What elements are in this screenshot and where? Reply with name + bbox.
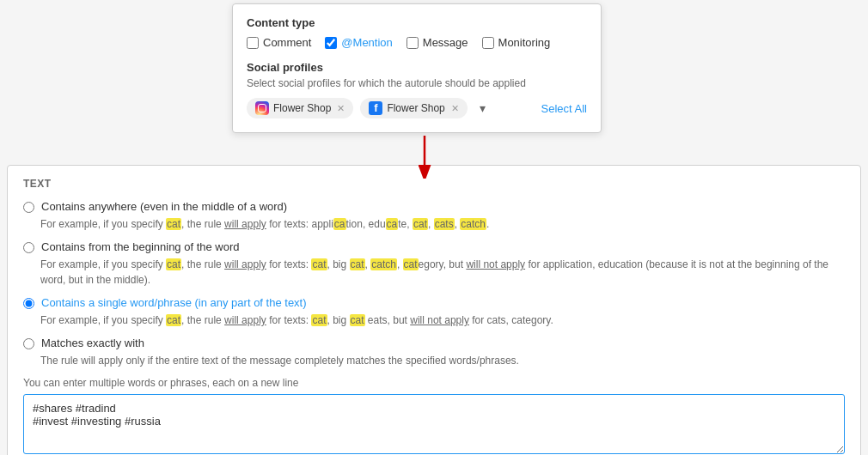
hint-text: You can enter multiple words or phrases,… bbox=[23, 377, 845, 389]
message-checkbox[interactable] bbox=[406, 37, 419, 49]
social-profiles-desc: Select social profiles for which the aut… bbox=[247, 77, 587, 89]
content-type-title: Content type bbox=[247, 16, 587, 29]
option-anywhere: Contains anywhere (even in the middle of… bbox=[23, 200, 845, 213]
checkbox-message[interactable]: Message bbox=[406, 36, 468, 49]
social-profiles-title: Social profiles bbox=[247, 61, 587, 74]
ig-profile-name: Flower Shop bbox=[273, 102, 331, 114]
option-exact: Matches exactly with bbox=[23, 337, 845, 349]
mention-checkbox[interactable] bbox=[325, 37, 337, 49]
comment-checkbox[interactable] bbox=[247, 37, 259, 49]
highlight-cat-b1: cat bbox=[166, 258, 181, 270]
option-anywhere-desc: For example, if you specify cat, the rul… bbox=[40, 216, 845, 232]
option-beginning-label: Contains from the beginning of the word bbox=[41, 240, 240, 253]
option-single: Contains a single word/phrase (in any pa… bbox=[23, 296, 845, 309]
radio-exact[interactable] bbox=[23, 338, 34, 349]
option-single-desc: For example, if you specify cat, the rul… bbox=[40, 312, 845, 328]
highlight-cat-2: cat bbox=[413, 218, 428, 230]
highlight-catch: catch bbox=[460, 218, 486, 230]
radio-single[interactable] bbox=[23, 298, 34, 309]
facebook-icon: f bbox=[369, 101, 382, 115]
instagram-icon bbox=[255, 101, 269, 115]
option-beginning-desc: For example, if you specify cat, the rul… bbox=[40, 257, 845, 288]
will-apply-2: will apply bbox=[224, 258, 266, 270]
monitoring-checkbox[interactable] bbox=[482, 37, 494, 49]
content-type-popup: Content type Comment @Mention Message Mo… bbox=[232, 3, 602, 133]
highlight-ca-1: ca bbox=[333, 218, 346, 230]
option-beginning: Contains from the beginning of the word bbox=[23, 240, 845, 253]
main-content: Text Contains anywhere (even in the midd… bbox=[7, 165, 861, 455]
section-label: Text bbox=[23, 178, 845, 190]
radio-beginning[interactable] bbox=[23, 242, 34, 253]
select-all-button[interactable]: Select All bbox=[541, 102, 587, 115]
ig-remove-btn[interactable]: ✕ bbox=[337, 103, 345, 114]
checkbox-monitoring[interactable]: Monitoring bbox=[482, 36, 551, 49]
fb-profile-name: Flower Shop bbox=[387, 102, 444, 114]
highlight-ca-2: ca bbox=[386, 218, 399, 230]
checkbox-mention[interactable]: @Mention bbox=[325, 36, 392, 49]
monitoring-label: Monitoring bbox=[498, 36, 551, 49]
highlight-catch-b: catch bbox=[370, 258, 397, 270]
mention-label: @Mention bbox=[341, 36, 392, 49]
highlight-cat-s3: cat bbox=[350, 314, 365, 326]
option-single-label: Contains a single word/phrase (in any pa… bbox=[41, 296, 307, 309]
profiles-row: Flower Shop ✕ f Flower Shop ✕ ▾ Select A… bbox=[247, 98, 587, 118]
highlight-cats: cats bbox=[434, 218, 455, 230]
option-anywhere-label: Contains anywhere (even in the middle of… bbox=[41, 200, 287, 213]
highlight-cat-s1: cat bbox=[166, 314, 181, 326]
ig-profile-tag: Flower Shop ✕ bbox=[247, 98, 353, 118]
arrow-indicator bbox=[416, 136, 433, 181]
will-not-apply-2: will not apply bbox=[410, 314, 469, 326]
profiles-dropdown-btn[interactable]: ▾ bbox=[474, 100, 491, 117]
highlight-cat-1: cat bbox=[166, 218, 181, 230]
content-type-row: Comment @Mention Message Monitoring bbox=[247, 36, 587, 49]
will-not-apply-1: will not apply bbox=[466, 258, 525, 270]
message-label: Message bbox=[423, 36, 468, 49]
radio-anywhere[interactable] bbox=[23, 202, 34, 213]
highlight-cat-b4: cat bbox=[403, 258, 419, 270]
will-apply-1: will apply bbox=[224, 218, 266, 230]
comment-label: Comment bbox=[263, 36, 311, 49]
highlight-cat-b2: cat bbox=[311, 258, 327, 270]
option-exact-label: Matches exactly with bbox=[41, 337, 144, 349]
highlight-cat-s2: cat bbox=[311, 314, 327, 326]
option-exact-desc: The rule will apply only if the entire t… bbox=[40, 353, 845, 368]
checkbox-comment[interactable]: Comment bbox=[247, 36, 311, 49]
fb-remove-btn[interactable]: ✕ bbox=[451, 103, 459, 114]
highlight-cat-b3: cat bbox=[350, 258, 365, 270]
text-input[interactable]: #shares #tradind #invest #investing #rus… bbox=[23, 394, 845, 454]
will-apply-3: will apply bbox=[224, 314, 266, 326]
fb-profile-tag: f Flower Shop ✕ bbox=[360, 98, 467, 118]
